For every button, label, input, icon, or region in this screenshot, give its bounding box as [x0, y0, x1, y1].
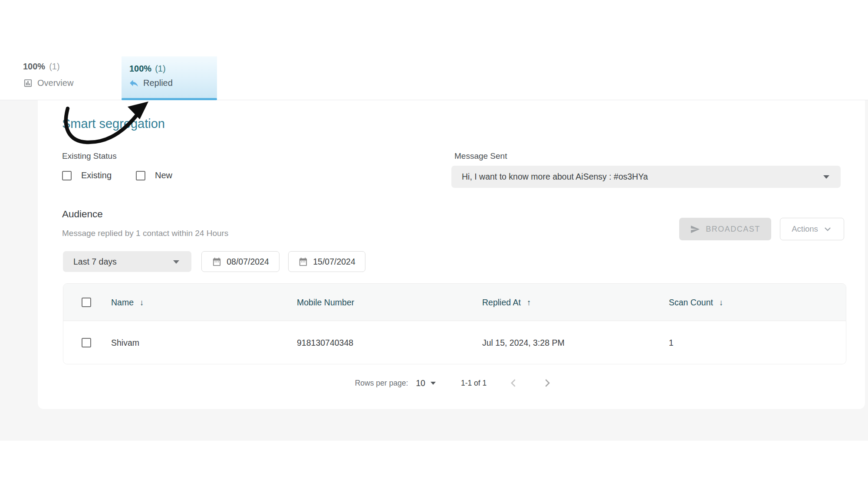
- audience-subtitle: Message replied by 1 contact within 24 H…: [62, 229, 228, 238]
- sort-asc-icon: ↑: [527, 298, 531, 307]
- overview-label: Overview: [37, 78, 73, 88]
- tab-replied[interactable]: 100%(1) Replied: [122, 56, 217, 100]
- next-page-button[interactable]: [540, 376, 554, 390]
- date-range-preset-select[interactable]: Last 7 days: [63, 251, 191, 272]
- status-checkbox-group: Existing New: [62, 170, 172, 180]
- new-checkbox-label: New: [155, 170, 172, 180]
- audience-table: Name↓ Mobile Number Replied At↑ Scan Cou…: [63, 283, 846, 364]
- column-label: Scan Count: [669, 297, 713, 307]
- tab-overview[interactable]: 100%(1) Overview: [23, 62, 105, 99]
- chevron-right-icon: [541, 377, 553, 389]
- row-checkbox[interactable]: [82, 338, 91, 347]
- calendar-icon: [212, 257, 222, 267]
- start-date-value: 08/07/2024: [227, 257, 269, 267]
- reply-icon: [128, 78, 139, 88]
- cell-name: Shivam: [111, 337, 139, 347]
- sort-desc-icon: ↓: [140, 298, 144, 307]
- replied-percent: 100%: [129, 64, 151, 73]
- column-header-scan-count[interactable]: Scan Count↓: [669, 297, 723, 307]
- sort-desc-icon: ↓: [719, 298, 723, 307]
- overview-percent-line: 100%(1): [23, 62, 105, 72]
- bar-chart-icon: [23, 78, 33, 88]
- end-date-button[interactable]: 15/07/2024: [288, 251, 365, 272]
- actions-button-label: Actions: [792, 224, 818, 234]
- page-title: Smart segregation: [62, 117, 165, 131]
- message-sent-select[interactable]: Hi, I want to know more about AiSensy : …: [451, 166, 841, 188]
- message-sent-value: Hi, I want to know more about AiSensy : …: [462, 172, 648, 182]
- chevron-down-icon: [823, 224, 832, 234]
- overview-percent: 100%: [23, 62, 45, 71]
- overview-count: (1): [49, 62, 59, 71]
- smart-segregation-card: Smart segregation Existing Status Existi…: [38, 100, 865, 409]
- cell-scan-count: 1: [669, 337, 674, 347]
- broadcast-button[interactable]: BROADCAST: [679, 218, 771, 240]
- rows-per-page-label: Rows per page:: [355, 379, 408, 388]
- pagination-range-text: 1-1 of 1: [461, 379, 487, 388]
- rows-per-page-value: 10: [416, 378, 425, 388]
- actions-button[interactable]: Actions: [780, 218, 844, 240]
- existing-checkbox-label: Existing: [81, 170, 112, 180]
- chevron-down-icon: [173, 260, 179, 264]
- replied-label: Replied: [143, 78, 173, 88]
- cell-mobile-number: 918130740348: [297, 337, 353, 347]
- cell-replied-at: Jul 15, 2024, 3:28 PM: [482, 337, 565, 347]
- overview-label-line: Overview: [23, 78, 105, 88]
- column-label: Name: [111, 297, 134, 307]
- audience-title: Audience: [62, 209, 103, 220]
- select-all-checkbox[interactable]: [82, 298, 91, 307]
- date-range-preset-value: Last 7 days: [73, 257, 117, 267]
- column-label: Mobile Number: [297, 297, 354, 307]
- end-date-value: 15/07/2024: [313, 257, 355, 267]
- replied-label-line: Replied: [122, 74, 217, 88]
- column-header-mobile-number[interactable]: Mobile Number: [297, 297, 360, 307]
- replied-count: (1): [155, 64, 165, 73]
- send-icon: [690, 224, 700, 234]
- chevron-left-icon: [507, 377, 519, 389]
- start-date-button[interactable]: 08/07/2024: [201, 251, 279, 272]
- replied-percent-line: 100%(1): [122, 56, 217, 74]
- broadcast-button-label: BROADCAST: [706, 225, 760, 234]
- rows-per-page-select[interactable]: 10: [416, 378, 436, 388]
- chevron-down-icon: [823, 175, 829, 179]
- table-row[interactable]: Shivam 918130740348 Jul 15, 2024, 3:28 P…: [63, 321, 846, 364]
- new-checkbox[interactable]: [136, 171, 145, 180]
- column-label: Replied At: [482, 297, 521, 307]
- message-sent-label: Message Sent: [454, 151, 507, 161]
- column-header-replied-at[interactable]: Replied At↑: [482, 297, 531, 307]
- existing-checkbox[interactable]: [62, 171, 72, 180]
- column-header-name[interactable]: Name↓: [111, 297, 144, 307]
- previous-page-button[interactable]: [506, 376, 520, 390]
- calendar-icon: [298, 257, 308, 267]
- table-header-row: Name↓ Mobile Number Replied At↑ Scan Cou…: [63, 284, 846, 321]
- pagination: Rows per page: 10 1-1 of 1: [63, 373, 846, 393]
- chevron-down-icon: [431, 382, 436, 385]
- existing-status-label: Existing Status: [62, 151, 117, 161]
